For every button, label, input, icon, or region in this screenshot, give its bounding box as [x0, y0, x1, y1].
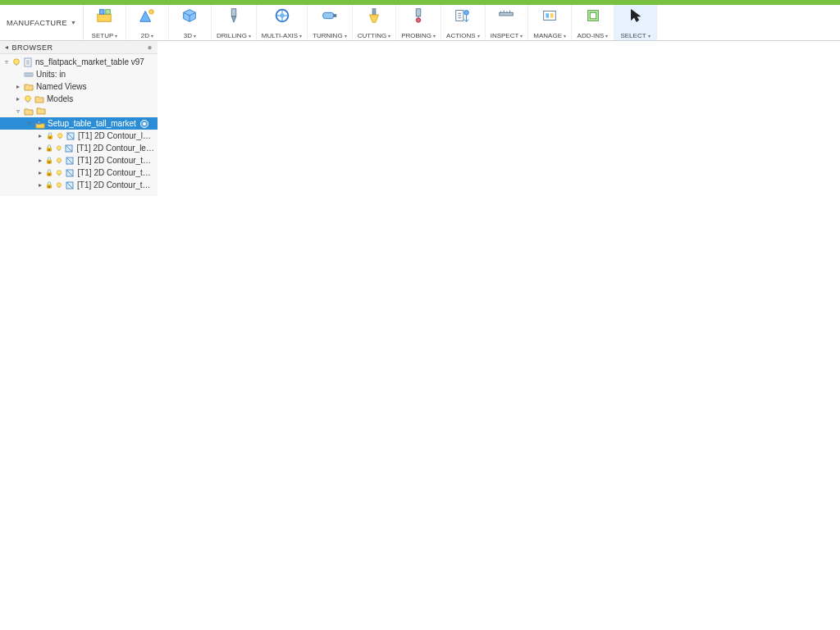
- setup-icon: [94, 7, 115, 25]
- ribbon-addins[interactable]: ADD-INS▾: [572, 5, 614, 40]
- expand-icon[interactable]: ▿: [15, 107, 21, 115]
- svg-rect-32: [694, 473, 722, 495]
- node-type-icon: [24, 107, 34, 116]
- expand-icon[interactable]: ▸: [15, 95, 21, 103]
- axis-x-label: x: [149, 513, 152, 518]
- browser-title: BROWSER: [12, 43, 53, 52]
- node-label: Models: [47, 94, 73, 103]
- node-type-icon: [35, 119, 45, 129]
- node-label: Setup_table_tall_market: [48, 119, 136, 128]
- workspace-switcher[interactable]: MANUFACTURE ▼: [0, 5, 84, 40]
- node-type-icon: [65, 180, 75, 190]
- lock-icon: 🔒: [45, 144, 53, 152]
- tree-node[interactable]: ▸🔒[T1] 2D Contour_table_tc...: [0, 179, 158, 191]
- ribbon-multiaxis[interactable]: MULTI-AXIS▾: [257, 5, 308, 40]
- ribbon-select[interactable]: SELECT▾: [614, 5, 657, 40]
- ribbon-2d[interactable]: 2D▾: [126, 5, 169, 40]
- svg-point-29: [381, 177, 837, 593]
- svg-point-41: [689, 574, 696, 581]
- svg-line-35: [151, 499, 162, 504]
- logo-text: PEV LABS: [712, 563, 825, 588]
- chevron-down-icon: ▾: [151, 33, 153, 39]
- ribbon-label: DRILLING: [217, 32, 247, 39]
- ribbon-label: MULTI-AXIS: [262, 32, 298, 39]
- visibility-bulb-icon[interactable]: [56, 181, 62, 189]
- node-label: ns_flatpack_market_table v97: [35, 57, 144, 66]
- visibility-bulb-icon[interactable]: [56, 157, 62, 165]
- node-type-icon: [34, 94, 44, 104]
- tree-node[interactable]: ▸🔒[T1] 2D Contour_legs_3a: [0, 130, 158, 142]
- ribbon-drilling[interactable]: DRILLING▾: [212, 5, 257, 40]
- expand-icon[interactable]: ▿: [26, 120, 33, 127]
- expand-icon[interactable]: ▿: [3, 58, 10, 66]
- tree-node[interactable]: ▸Named Views: [0, 80, 158, 93]
- ribbon-3d[interactable]: 3D▾: [169, 5, 212, 40]
- tree-node[interactable]: Units: in: [0, 68, 158, 80]
- node-label: [T1] 2D Contour_top_slots: [77, 156, 154, 165]
- browser-header[interactable]: ◂ BROWSER ●: [0, 41, 158, 54]
- node-label: [T1] 2D Contour_legs_3a (2): [76, 144, 154, 153]
- ribbon-toolbar: MANUFACTURE ▼ SETUP▾ 2D▾ 3D▾ DRILLING▾ M…: [0, 5, 840, 41]
- node-label: [36, 106, 46, 117]
- select-icon: [625, 7, 646, 25]
- chevron-down-icon: ▼: [71, 20, 76, 25]
- visibility-bulb-icon[interactable]: [57, 132, 63, 140]
- logo-subtext: Fabrication / Prototyping: [728, 588, 825, 598]
- svg-marker-38: [141, 512, 148, 518]
- tree-node-selected[interactable]: ▿Setup_table_tall_market: [0, 117, 158, 130]
- browser-options-icon[interactable]: ●: [147, 43, 153, 52]
- visibility-bulb-icon[interactable]: [56, 144, 62, 153]
- expand-icon[interactable]: ▸: [38, 132, 43, 139]
- expand-icon[interactable]: ▸: [38, 157, 43, 164]
- ribbon-setup[interactable]: SETUP▾: [84, 5, 126, 40]
- cutting-icon: [363, 7, 385, 25]
- tree-node[interactable]: ▿ns_flatpack_market_table v97: [0, 56, 158, 68]
- ribbon-label: CUTTING: [358, 32, 387, 39]
- browser-panel: ◂ BROWSER ● ▿ns_flatpack_market_table v9…: [0, 41, 158, 196]
- origin-triad[interactable]: z y x: [135, 487, 167, 520]
- inspect-icon: [495, 7, 517, 25]
- expand-icon[interactable]: ▸: [38, 169, 43, 176]
- chevron-down-icon: ▾: [249, 33, 251, 39]
- drilling-icon: [223, 7, 244, 25]
- svg-rect-31: [457, 406, 485, 428]
- node-type-icon: [24, 70, 34, 80]
- logo-mark: [661, 545, 707, 615]
- ribbon-label: INSPECT: [491, 32, 519, 39]
- ribbon-actions[interactable]: ACTIONS▾: [441, 5, 486, 40]
- ribbon-inspect[interactable]: INSPECT▾: [486, 5, 529, 40]
- visibility-bulb-icon[interactable]: [24, 95, 32, 103]
- multiaxis-icon: [272, 7, 293, 25]
- chevron-down-icon: ▾: [194, 33, 196, 39]
- visibility-bulb-icon[interactable]: [56, 169, 62, 177]
- tree-node[interactable]: ▿: [0, 105, 158, 117]
- node-label: Named Views: [36, 82, 87, 91]
- svg-point-39: [149, 502, 153, 505]
- lock-icon: 🔒: [45, 169, 53, 176]
- ribbon-turning[interactable]: TURNING▾: [308, 5, 352, 40]
- actions-icon: [452, 7, 473, 25]
- ribbon-cutting[interactable]: CUTTING▾: [353, 5, 397, 40]
- node-label: [T1] 2D Contour_table_tc...: [77, 180, 154, 189]
- active-setup-radio[interactable]: [140, 120, 148, 128]
- turning-icon: [319, 7, 340, 25]
- tree-node[interactable]: ▸🔒[T1] 2D Contour_legs_3a (2): [0, 142, 158, 154]
- expand-icon[interactable]: ▸: [38, 181, 43, 189]
- node-type-icon: [66, 131, 75, 141]
- chevron-down-icon: ▾: [564, 33, 566, 39]
- node-type-icon: [64, 144, 74, 153]
- ribbon-manage[interactable]: MANAGE▾: [528, 5, 572, 40]
- chevron-down-icon: ▾: [520, 33, 523, 39]
- chevron-down-icon: ▾: [345, 33, 347, 39]
- tree-node[interactable]: ▸🔒[T1] 2D Contour_top_slots: [0, 154, 158, 167]
- lock-icon: 🔒: [46, 132, 54, 139]
- expand-icon[interactable]: ▸: [38, 144, 43, 152]
- visibility-bulb-icon[interactable]: [12, 58, 21, 66]
- expand-icon[interactable]: ▸: [15, 83, 21, 90]
- tree-node[interactable]: ▸Models: [0, 93, 158, 105]
- probing-icon: [408, 7, 429, 25]
- tree-node[interactable]: ▸🔒[T1] 2D Contour_top_slo...: [0, 167, 158, 179]
- node-label: Units: in: [36, 70, 66, 79]
- 3d-icon: [179, 7, 200, 25]
- ribbon-probing[interactable]: PROBING▾: [396, 5, 441, 40]
